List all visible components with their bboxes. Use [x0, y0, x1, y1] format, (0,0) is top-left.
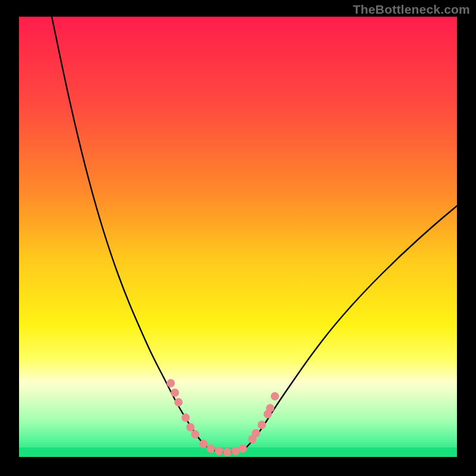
valley-marker: [231, 447, 240, 455]
valley-marker: [258, 421, 266, 429]
plot-area: [19, 17, 457, 457]
valley-marker: [266, 404, 274, 412]
bottleneck-curve: [19, 17, 457, 457]
chart-stage: TheBottleneck.com: [0, 0, 476, 476]
valley-marker: [167, 379, 175, 387]
valley-marker: [174, 398, 183, 406]
valley-marker: [239, 444, 247, 453]
valley-marker: [206, 444, 215, 453]
valley-marker: [186, 423, 195, 431]
valley-marker: [271, 392, 279, 400]
valley-marker: [223, 448, 231, 456]
valley-marker: [252, 429, 260, 437]
valley-marker: [171, 389, 179, 397]
valley-marker: [199, 440, 208, 448]
valley-marker: [215, 447, 223, 455]
valley-marker: [181, 414, 190, 422]
watermark-text: TheBottleneck.com: [353, 2, 470, 17]
valley-marker: [191, 430, 199, 439]
